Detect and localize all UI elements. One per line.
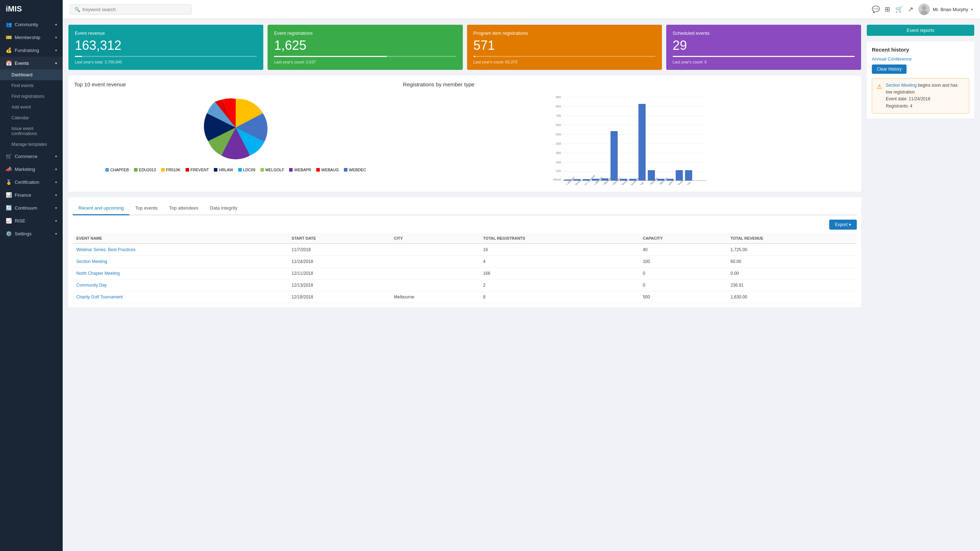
table-row: North Chapter Meeting 12/11/2018 166 0 0…: [73, 268, 857, 279]
revenue-cell: 1,725.00: [727, 244, 857, 256]
svg-text:600: 600: [556, 123, 561, 127]
sub-nav-add-event[interactable]: Add event: [0, 102, 63, 113]
city-cell: [390, 279, 480, 291]
start-date-cell: 12/13/2018: [288, 279, 390, 291]
right-panel: Event reports Recent history Annual Conf…: [867, 25, 974, 545]
col-total-revenue: Total Revenue: [727, 233, 857, 244]
svg-text:200: 200: [556, 161, 561, 164]
tab-top-attendees[interactable]: Top attendees: [163, 202, 204, 215]
header: 🔍 💬 ⊞ 🛒 ↗ Mr. Brian Murphy ▾: [63, 0, 980, 19]
stat-title: Event revenue: [75, 30, 257, 36]
svg-text:700: 700: [556, 114, 561, 118]
stat-subtitle: Last year's total: 3,700,845: [75, 60, 257, 64]
pie-chart-title: Top 10 event revenue: [74, 81, 397, 88]
cart-icon[interactable]: 🛒: [895, 5, 903, 13]
logo: iMIS: [0, 0, 63, 18]
bar-chart-section: Registrations by member type 900 800 700…: [403, 81, 855, 186]
stat-title: Event registrations: [274, 30, 456, 36]
registrants-cell: 166: [480, 268, 640, 279]
sub-nav-issue-event-confirmations[interactable]: Issue event confirmations: [0, 123, 63, 139]
tabs-bar: Recent and upcoming Top events Top atten…: [73, 202, 857, 215]
charts-row: Top 10 event revenue: [68, 76, 861, 192]
sidebar-item-continuum[interactable]: 🔄Continuum ▾: [0, 201, 63, 214]
grid-icon[interactable]: ⊞: [885, 5, 890, 13]
col-city: City: [390, 233, 480, 244]
sub-nav-find-registrations[interactable]: Find registrations: [0, 91, 63, 102]
svg-rect-39: [639, 104, 646, 181]
start-date-cell: 12/18/2018: [288, 291, 390, 303]
annual-conference-link[interactable]: Annual Conference: [872, 56, 969, 62]
tab-top-events[interactable]: Top events: [129, 202, 163, 215]
search-container[interactable]: 🔍: [70, 4, 192, 15]
sidebar-item-events[interactable]: 📅Events ▾: [0, 57, 63, 70]
stat-title: Scheduled events: [673, 30, 854, 36]
user-name: Mr. Brian Murphy: [933, 7, 968, 12]
registrants-cell: 2: [480, 279, 640, 291]
sub-nav-calendar[interactable]: Calendar: [0, 113, 63, 123]
event-name-cell[interactable]: Section Meeting: [73, 256, 288, 268]
alert-event-date: 11/24/2018: [909, 96, 930, 101]
avatar: [918, 3, 930, 15]
sub-nav-find-events[interactable]: Find events: [0, 80, 63, 91]
svg-text:Donor: Donor: [685, 181, 692, 185]
user-menu[interactable]: Mr. Brian Murphy ▾: [918, 3, 973, 15]
sidebar: iMIS 👥Community ▾ 🎫Membership ▾ 💰Fundrai…: [0, 0, 63, 551]
tab-data-integrity[interactable]: Data integrity: [204, 202, 243, 215]
header-right: 💬 ⊞ 🛒 ↗ Mr. Brian Murphy ▾: [872, 3, 973, 15]
stat-subtitle: Last year's count: 6: [673, 60, 854, 64]
capacity-cell: 40: [640, 244, 727, 256]
sidebar-item-commerce[interactable]: 🛒Commerce ▾: [0, 150, 63, 162]
sub-nav-dashboard[interactable]: Dashboard: [0, 70, 63, 80]
sidebar-item-membership[interactable]: 🎫Membership ▾: [0, 31, 63, 44]
event-name-cell[interactable]: Webinar Series: Best Practices: [73, 244, 288, 256]
table-row: Community Day 12/13/2018 2 0 236.91: [73, 279, 857, 291]
table-row: Webinar Series: Best Practices 11/7/2018…: [73, 244, 857, 256]
recent-history-title: Recent history: [872, 46, 969, 53]
svg-rect-47: [676, 170, 683, 181]
table-section: Recent and upcoming Top events Top atten…: [68, 197, 861, 307]
tab-recent-upcoming[interactable]: Recent and upcoming: [73, 202, 129, 215]
sidebar-item-settings[interactable]: ⚙️Settings ▾: [0, 227, 63, 240]
start-date-cell: 11/7/2018: [288, 244, 390, 256]
event-name-cell[interactable]: Community Day: [73, 279, 288, 291]
sidebar-item-rise[interactable]: 📈RiSE ▾: [0, 214, 63, 227]
sub-nav-manage-templates[interactable]: Manage templates: [0, 139, 63, 150]
content-left: Event revenue 163,312 Last year's total:…: [68, 25, 861, 545]
col-capacity: Capacity: [640, 233, 727, 244]
svg-text:300: 300: [556, 151, 561, 155]
search-input[interactable]: [83, 7, 187, 12]
capacity-cell: 500: [640, 291, 727, 303]
city-cell: [390, 244, 480, 256]
sidebar-item-finance[interactable]: 📊Finance ▾: [0, 188, 63, 201]
revenue-cell: 1,630.00: [727, 291, 857, 303]
city-cell: [390, 268, 480, 279]
alert-content: Section Meeting begins soon and has low …: [886, 82, 965, 110]
svg-text:None: None: [554, 178, 561, 181]
sidebar-item-marketing[interactable]: 📣Marketing ▾: [0, 162, 63, 175]
alert-registrants: 4: [910, 104, 912, 108]
user-chevron-icon: ▾: [971, 8, 973, 11]
registrants-cell: 8: [480, 291, 640, 303]
clear-history-button[interactable]: Clear History: [872, 64, 907, 74]
event-name-cell[interactable]: North Chapter Meeting: [73, 268, 288, 279]
recent-history-panel: Recent history Annual Conference Clear H…: [867, 41, 974, 119]
capacity-cell: 100: [640, 256, 727, 268]
stat-subtitle: Last year's count: 2,637: [274, 60, 456, 64]
stat-subtitle: Last year's count: 63,373: [474, 60, 655, 64]
event-reports-button[interactable]: Event reports: [867, 25, 974, 36]
help-icon[interactable]: 💬: [872, 5, 880, 13]
search-icon: 🔍: [75, 7, 80, 12]
section-meeting-link[interactable]: Section Meeting: [886, 83, 916, 88]
city-cell: [390, 256, 480, 268]
export-button[interactable]: Export ▾: [829, 220, 857, 229]
sidebar-item-certification[interactable]: 🏅Certification ▾: [0, 175, 63, 188]
sidebar-item-community[interactable]: 👥Community ▾: [0, 18, 63, 31]
sidebar-item-fundraising[interactable]: 💰Fundraising ▾: [0, 44, 63, 57]
stat-value: 571: [474, 38, 655, 53]
alert-registrants-label: Registrants:: [886, 104, 909, 108]
table-row: Charity Golf Tournament 12/18/2018 Melbo…: [73, 291, 857, 303]
external-link-icon[interactable]: ↗: [908, 5, 913, 13]
svg-text:100: 100: [556, 169, 561, 173]
event-name-cell[interactable]: Charity Golf Tournament: [73, 291, 288, 303]
stat-value: 1,625: [274, 38, 456, 53]
